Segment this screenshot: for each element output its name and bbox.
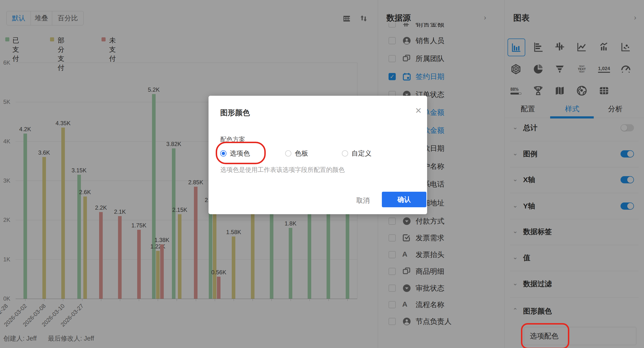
radio-label: 自定义 [352,149,372,158]
radio-色板[interactable]: 色板 [285,149,308,158]
radio-label: 色板 [295,149,308,158]
graph-color-modal: 图形颜色 ✕ 配色方案 选项色色板自定义 选项色是使用工作表该选项字段所配置的颜… [208,96,427,214]
scheme-description: 选项色是使用工作表该选项字段所配置的颜色 [220,166,345,174]
radio-circle-icon [342,150,348,156]
confirm-button[interactable]: 确认 [382,192,426,207]
red-annotation-radio [216,142,266,164]
cancel-button[interactable]: 取消 [351,194,375,207]
close-icon[interactable]: ✕ [415,106,422,115]
modal-title: 图形颜色 [220,108,250,118]
radio-circle-icon [285,150,291,156]
red-annotation-select [521,323,569,348]
app-root: 默认堆叠百分比 已支付部分支付未支付 0K1K2K3K4K5K6K2025-12… [0,0,644,348]
radio-自定义[interactable]: 自定义 [342,149,372,158]
